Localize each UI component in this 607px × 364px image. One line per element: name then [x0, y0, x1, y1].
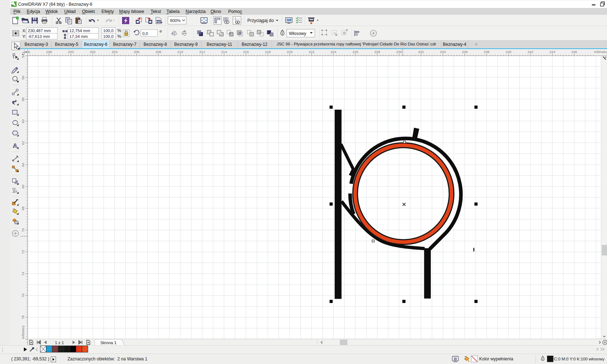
svg-text:72: 72 [21, 250, 25, 254]
svg-text:232: 232 [418, 50, 424, 54]
svg-text:60: 60 [21, 119, 25, 123]
svg-text:58: 58 [21, 97, 25, 101]
svg-text:222: 222 [309, 50, 315, 54]
svg-text:Włosowy: Włosowy [289, 31, 306, 36]
svg-text:100,0: 100,0 [103, 28, 114, 33]
svg-text:220: 220 [287, 50, 292, 54]
svg-text:0,0: 0,0 [142, 31, 148, 36]
svg-text:234: 234 [440, 50, 446, 54]
svg-text:198: 198 [46, 50, 52, 54]
svg-text:%: % [117, 34, 121, 39]
svg-text:A: A [13, 142, 18, 149]
svg-text:230: 230 [396, 50, 402, 54]
svg-text:240: 240 [506, 50, 511, 54]
svg-text:12,754 mm: 12,754 mm [69, 28, 90, 33]
svg-text:76: 76 [21, 294, 25, 298]
svg-text:64: 64 [21, 163, 25, 167]
svg-text:( 230,391; -69,532 ): ( 230,391; -69,532 ) [11, 356, 49, 361]
svg-text:Zaznaczonych obiektów: 2 na W: Zaznaczonych obiektów: 2 na Warstwa 1 [68, 356, 147, 361]
svg-text:1 z 1: 1 z 1 [55, 341, 64, 345]
svg-text:196: 196 [28, 50, 30, 54]
svg-text:%: % [117, 28, 121, 33]
svg-text:Y:: Y: [22, 34, 26, 39]
svg-text:78: 78 [21, 315, 25, 319]
svg-text:206: 206 [134, 50, 139, 54]
svg-text:milimetry: milimetry [594, 50, 607, 54]
svg-text:200: 200 [68, 50, 74, 54]
svg-text:56: 56 [21, 76, 25, 80]
svg-text:204: 204 [112, 50, 118, 54]
svg-text:66: 66 [21, 185, 25, 189]
svg-text:224: 224 [331, 50, 337, 54]
svg-text:242: 242 [528, 50, 533, 54]
svg-text:218: 218 [265, 50, 271, 54]
svg-text:230,487 mm: 230,487 mm [28, 28, 51, 33]
svg-text:246: 246 [571, 50, 577, 54]
svg-text:Przyciągaj do: Przyciągaj do [247, 18, 274, 23]
svg-text:62: 62 [21, 141, 25, 145]
svg-text:208: 208 [156, 50, 161, 54]
svg-text:100,0: 100,0 [103, 34, 114, 39]
svg-text:216: 216 [243, 50, 249, 54]
svg-text:210: 210 [177, 50, 183, 54]
svg-text:238: 238 [484, 50, 490, 54]
svg-text:236: 236 [462, 50, 468, 54]
svg-text:-67,613 mm: -67,613 mm [28, 34, 50, 39]
svg-text:X:: X: [22, 28, 26, 33]
svg-text:70: 70 [21, 228, 25, 232]
svg-text:68: 68 [21, 206, 25, 210]
svg-text:C:0 M:0 Y:0 K:100 włosowy: C:0 M:0 Y:0 K:100 włosowy [554, 357, 604, 361]
svg-text:Kolor wypełnienia: Kolor wypełnienia [479, 356, 513, 361]
svg-text:244: 244 [550, 50, 555, 54]
svg-text:17,34 mm: 17,34 mm [69, 34, 88, 39]
svg-text:PDF: PDF [156, 21, 161, 23]
svg-text:800%: 800% [170, 18, 181, 23]
svg-text:214: 214 [221, 50, 227, 54]
svg-text:74: 74 [21, 272, 25, 276]
svg-text:226: 226 [352, 50, 358, 54]
svg-text:Strona 1: Strona 1 [100, 340, 117, 345]
svg-text:212: 212 [199, 50, 205, 54]
svg-text:202: 202 [90, 50, 96, 54]
svg-text:228: 228 [374, 50, 380, 54]
svg-text:milimetry: milimetry [21, 325, 25, 339]
